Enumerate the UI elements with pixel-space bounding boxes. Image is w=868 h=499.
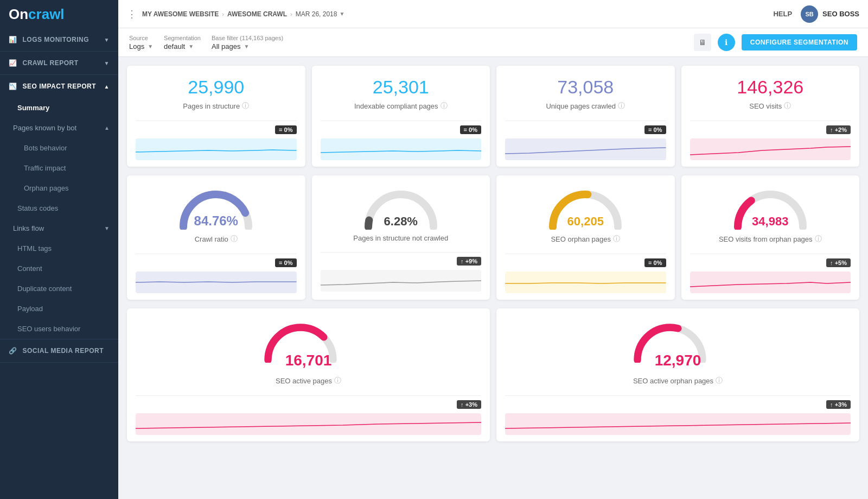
seo-active-pages-value: 16,701 <box>260 352 358 369</box>
sidebar-item-summary[interactable]: Summary <box>0 98 118 118</box>
indexable-compliant-value: 25,301 <box>373 77 429 98</box>
seo-visits-value: 146,326 <box>737 77 803 98</box>
sidebar-item-social-media[interactable]: 🔗 SOCIAL MEDIA REPORT <box>0 339 118 362</box>
segmentation-label: Segmentation <box>164 35 201 41</box>
sidebar-item-crawl-report[interactable]: 📈 CRAWL REPORT ▼ <box>0 52 118 74</box>
seo-orphan-pages-gauge: 60,205 <box>545 186 626 230</box>
info-icon[interactable]: ⓘ <box>242 101 249 111</box>
chevron-down-icon: ▼ <box>104 37 110 43</box>
seo-orphan-value: 60,205 <box>545 214 626 229</box>
sidebar-item-pages-known[interactable]: Pages known by bot ▲ <box>0 118 118 138</box>
seo-orphan-trend: = 0% <box>644 258 666 267</box>
dashboard-row2: 84.76% Crawl ratio ⓘ = 0% <box>118 175 868 308</box>
info-icon[interactable]: ⓘ <box>716 376 723 386</box>
nav-right: HELP SB SEO BOSS <box>773 5 859 23</box>
unique-pages-crawled-label: Unique pages crawled ⓘ <box>546 101 625 111</box>
breadcrumb-date[interactable]: MAR 26, 2018 ▼ <box>296 10 345 18</box>
logo-crawl: crawl <box>28 6 65 23</box>
seo-active-pages-chart <box>136 413 481 435</box>
share-icon: 🔗 <box>9 347 17 355</box>
trend-badge: = 0% <box>644 258 666 267</box>
sidebar-item-orphan-pages[interactable]: Orphan pages <box>0 178 118 198</box>
trend-badge: = 0% <box>275 258 296 267</box>
seo-visits-orphan-value: 34,983 <box>730 214 811 229</box>
sidebar-item-traffic-impact[interactable]: Traffic impact <box>0 158 118 178</box>
sidebar-item-duplicate-content[interactable]: Duplicate content <box>0 279 118 299</box>
base-filter-select[interactable]: All pages ▼ <box>212 42 283 50</box>
breadcrumb-sep1: › <box>222 11 224 17</box>
info-icon[interactable]: ⓘ <box>618 101 625 111</box>
pages-not-crawled-gauge: 6.28% <box>360 186 442 230</box>
sidebar-section-crawl: 📈 CRAWL REPORT ▼ <box>0 52 118 75</box>
chart-icon: 📊 <box>9 36 17 43</box>
sidebar-item-seo-impact[interactable]: 📉 SEO IMPACT REPORT ▲ <box>0 75 118 98</box>
unique-pages-crawled-chart <box>505 138 666 160</box>
card-crawl-ratio: 84.76% Crawl ratio ⓘ = 0% <box>127 175 305 300</box>
filter-bar-right: 🖥 ℹ CONFIGURE SEGMENTATION <box>694 34 857 51</box>
breadcrumb-site[interactable]: MY AWESOME WEBSITE <box>142 10 219 18</box>
breadcrumb: ⋮ MY AWESOME WEBSITE › AWESOME CRAWL › M… <box>127 8 773 20</box>
sidebar-item-status-codes[interactable]: Status codes <box>0 198 118 218</box>
trend-badge: = 0% <box>275 125 296 134</box>
sidebar-section-seo: 📉 SEO IMPACT REPORT ▲ Summary Pages know… <box>0 75 118 339</box>
sidebar-section-logs: 📊 LOGS MONITORING ▼ <box>0 28 118 52</box>
crawl-ratio-label: Crawl ratio ⓘ <box>195 234 238 244</box>
chevron-up-icon: ▲ <box>104 125 110 131</box>
info-icon[interactable]: ⓘ <box>334 376 341 386</box>
caret-icon: ▼ <box>148 43 153 49</box>
info-icon[interactable]: ⓘ <box>784 101 791 111</box>
dots-menu[interactable]: ⋮ <box>127 8 137 20</box>
bar-icon: 📈 <box>9 59 17 67</box>
segmentation-select[interactable]: default ▼ <box>164 42 201 50</box>
source-filter: Source Logs ▼ <box>129 35 153 50</box>
card-unique-pages-crawled: 73,058 Unique pages crawled ⓘ = 0% <box>496 66 675 167</box>
sidebar-item-logs-monitoring[interactable]: 📊 LOGS MONITORING ▼ <box>0 28 118 51</box>
sidebar-item-content[interactable]: Content <box>0 258 118 279</box>
trend-badge: ↑ +9% <box>457 257 481 266</box>
unique-pages-crawled-trend: = 0% <box>644 125 666 134</box>
indexable-compliant-trend: = 0% <box>460 125 481 134</box>
presentation-button[interactable]: 🖥 <box>694 34 711 51</box>
sidebar-item-seo-users[interactable]: SEO users behavior <box>0 319 118 339</box>
sidebar-item-links-flow[interactable]: Links flow ▼ <box>0 218 118 238</box>
configure-segmentation-button[interactable]: CONFIGURE SEGMENTATION <box>742 34 857 50</box>
dashboard-row1: 25,990 Pages in structure ⓘ = 0% 25,301 <box>118 57 868 175</box>
sidebar-item-bots-behavior[interactable]: Bots behavior <box>0 138 118 158</box>
pages-in-structure-chart <box>136 138 297 160</box>
trend-badge: ↑ +2% <box>826 125 851 134</box>
trend-badge: ↑ +3% <box>826 400 851 409</box>
seo-visits-trend: ↑ +2% <box>826 125 851 134</box>
indexable-compliant-label: Indexable compliant pages ⓘ <box>354 101 448 111</box>
seo-active-orphan-label: SEO active orphan pages ⓘ <box>633 376 723 386</box>
seo-orphan-chart <box>505 271 666 293</box>
avatar: SB <box>801 5 818 23</box>
logo-area: Oncrawl <box>0 0 118 28</box>
card-indexable-compliant: 25,301 Indexable compliant pages ⓘ = 0% <box>312 66 490 167</box>
info-button[interactable]: ℹ <box>718 34 735 51</box>
sidebar-section-social: 🔗 SOCIAL MEDIA REPORT <box>0 339 118 363</box>
info-icon[interactable]: ⓘ <box>231 234 238 244</box>
info-icon[interactable]: ⓘ <box>613 234 620 244</box>
pages-in-structure-value: 25,990 <box>188 77 244 98</box>
card-seo-active-pages: 16,701 SEO active pages ⓘ ↑ +3% <box>127 308 490 441</box>
sidebar-item-payload[interactable]: Payload <box>0 299 118 319</box>
pages-in-structure-trend: = 0% <box>275 125 296 134</box>
chevron-up-icon: ▲ <box>104 84 110 90</box>
pages-in-structure-label: Pages in structure ⓘ <box>183 101 249 111</box>
seo-orphan-label: SEO orphan pages ⓘ <box>551 234 620 244</box>
breadcrumb-crawl[interactable]: AWESOME CRAWL <box>227 10 287 18</box>
base-filter: Base filter (114,163 pages) All pages ▼ <box>212 35 283 50</box>
seo-active-pages-gauge: 16,701 <box>260 319 358 371</box>
info-icon[interactable]: ⓘ <box>815 234 822 244</box>
source-select[interactable]: Logs ▼ <box>129 42 153 50</box>
seo-active-orphan-gauge: 12,970 <box>629 319 727 371</box>
card-pages-not-crawled: 6.28% Pages in structure not crawled ↑ +… <box>312 175 490 300</box>
card-pages-in-structure: 25,990 Pages in structure ⓘ = 0% <box>127 66 305 167</box>
indexable-compliant-chart <box>321 138 482 160</box>
crawl-ratio-chart <box>136 271 297 293</box>
sidebar-item-html-tags[interactable]: HTML tags <box>0 238 118 258</box>
info-icon[interactable]: ⓘ <box>441 101 448 111</box>
main-layout: 📊 LOGS MONITORING ▼ 📈 CRAWL REPORT ▼ 📉 S… <box>0 28 868 499</box>
chevron-down-icon: ▼ <box>104 60 110 66</box>
help-button[interactable]: HELP <box>773 10 792 18</box>
